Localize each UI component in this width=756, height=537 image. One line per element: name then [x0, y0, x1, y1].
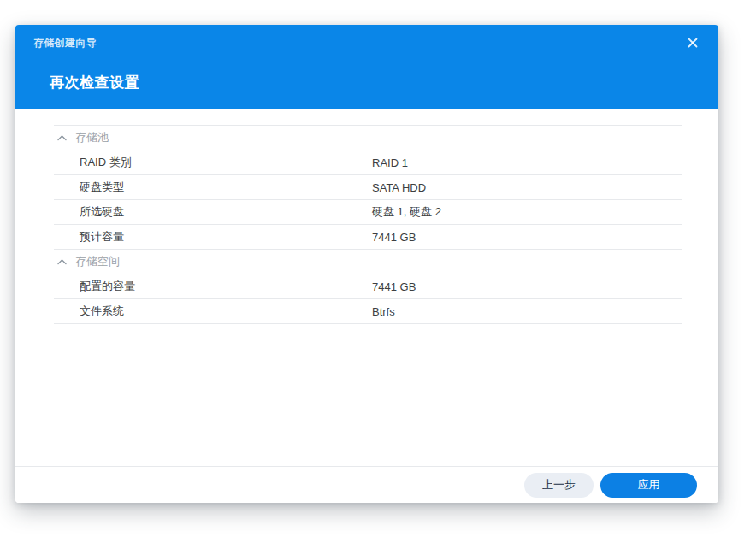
section-header-row[interactable]: 存储池 — [54, 125, 682, 150]
table-row: 配置的容量7441 GB — [54, 274, 682, 298]
row-label: 配置的容量 — [80, 279, 372, 294]
chevron-up-icon — [57, 135, 68, 141]
chevron-up-icon — [57, 259, 68, 265]
settings-summary-table: 存储池RAID 类别RAID 1硬盘类型SATA HDD所选硬盘硬盘 1, 硬盘… — [54, 125, 682, 324]
table-row: 文件系统Btrfs — [54, 298, 682, 323]
row-label: 预计容量 — [80, 229, 372, 245]
row-value: 7441 GB — [372, 280, 416, 293]
table-row: 预计容量7441 GB — [54, 224, 682, 249]
row-label: 硬盘类型 — [80, 180, 372, 195]
table-row: 所选硬盘硬盘 1, 硬盘 2 — [54, 199, 682, 224]
row-label: 所选硬盘 — [80, 204, 372, 220]
row-value: SATA HDD — [372, 181, 426, 194]
storage-creation-wizard-dialog: 存储创建向导 再次检查设置 存储池RAID 类别RAID 1硬盘类型SATA H… — [15, 25, 718, 503]
row-value: 硬盘 1, 硬盘 2 — [372, 204, 441, 220]
page-title: 再次检查设置 — [50, 73, 139, 92]
dialog-footer: 上一步 应用 — [15, 466, 718, 503]
row-label: 文件系统 — [80, 304, 372, 319]
dialog-header: 存储创建向导 再次检查设置 — [15, 25, 718, 109]
section-label: 存储空间 — [75, 254, 120, 269]
row-value: RAID 1 — [372, 156, 408, 169]
close-icon[interactable] — [682, 32, 703, 53]
back-button[interactable]: 上一步 — [524, 473, 594, 498]
table-row: RAID 类别RAID 1 — [54, 150, 682, 174]
section-label: 存储池 — [75, 130, 109, 145]
row-value: Btrfs — [372, 305, 395, 318]
row-label: RAID 类别 — [80, 155, 372, 170]
dialog-content: 存储池RAID 类别RAID 1硬盘类型SATA HDD所选硬盘硬盘 1, 硬盘… — [15, 109, 718, 466]
table-row: 硬盘类型SATA HDD — [54, 174, 682, 199]
window-title: 存储创建向导 — [33, 36, 97, 50]
apply-button[interactable]: 应用 — [600, 473, 697, 498]
section-header-row[interactable]: 存储空间 — [54, 249, 682, 274]
row-value: 7441 GB — [372, 231, 416, 244]
